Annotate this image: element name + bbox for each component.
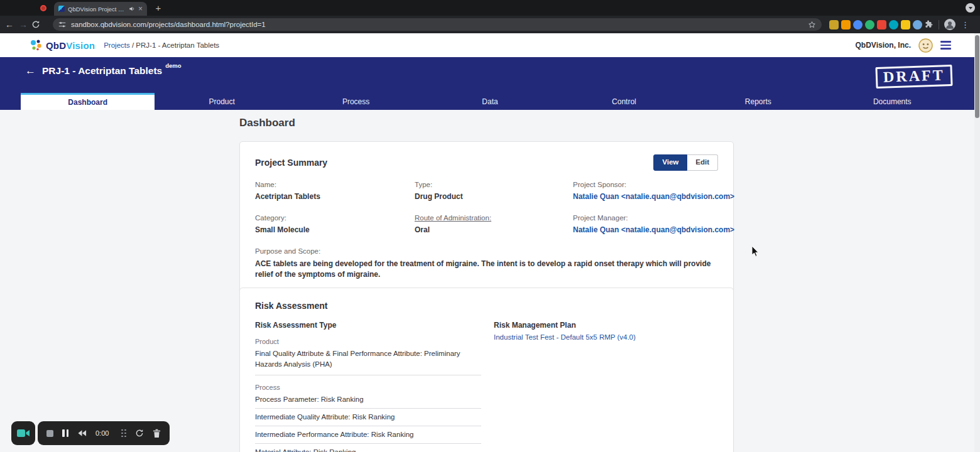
trash-icon[interactable] (153, 429, 161, 438)
hamburger-menu-icon[interactable] (940, 41, 951, 50)
stop-button[interactable] (46, 430, 53, 437)
field-project-manager: Project Manager: Natalie Quan <natalie.q… (573, 214, 734, 234)
field-type: Type: Drug Product (415, 181, 573, 201)
recording-indicator-icon (40, 5, 46, 11)
browser-menu-icon[interactable]: ⋮ (961, 21, 969, 29)
tab-process[interactable]: Process (289, 93, 423, 110)
tab-title: QbDVision Project Dash... (68, 6, 126, 13)
view-edit-toggle: View Edit (653, 154, 718, 171)
reload-button[interactable] (31, 20, 45, 29)
extension-icon[interactable] (865, 20, 874, 30)
recording-timer: 0:00 (95, 429, 109, 437)
main-content: Dashboard Project Summary View Edit Name… (0, 110, 980, 452)
field-route-of-administration: Route of Administration: Oral (415, 214, 573, 234)
extension-icon[interactable] (877, 20, 886, 30)
reload-icon (31, 20, 40, 29)
company-name: QbDVision, Inc. (856, 41, 911, 50)
mouse-cursor (751, 245, 760, 257)
risk-management-plan-heading: Risk Management Plan (494, 321, 718, 330)
breadcrumb-projects-link[interactable]: Projects (104, 41, 130, 49)
recorder-controls: 0:00 (38, 421, 170, 445)
project-tab-bar: Dashboard Product Process Data Control R… (21, 93, 959, 110)
risk-item: Process Parameter: Risk Ranking (255, 391, 481, 409)
camera-toggle-button[interactable] (11, 421, 35, 445)
app-header: QbDVision Projects / PRJ-1 - Acetriptan … (0, 33, 980, 57)
tab-reports[interactable]: Reports (691, 93, 825, 110)
url-text[interactable]: sandbox.qbdvision.com/projects/dashboard… (71, 21, 803, 28)
extensions-puzzle-icon[interactable] (925, 20, 934, 29)
breadcrumb: Projects / PRJ-1 - Acetriptan Tablets (104, 41, 219, 49)
browser-tab-strip: QbDVision Project Dash... × + (0, 0, 980, 16)
user-avatar[interactable] (918, 38, 933, 53)
new-tab-button[interactable]: + (152, 2, 165, 14)
risk-assessment-card: Risk Assessment Risk Assessment Type Pro… (239, 288, 734, 452)
camera-icon (17, 429, 30, 438)
risk-management-plan-link[interactable]: Industrial Test Fest - Default 5x5 RMP (… (494, 333, 636, 341)
tab-audio-icon (129, 6, 135, 12)
draft-stamp: DRAFT (876, 65, 953, 89)
risk-item: Intermediate Quality Attribute: Risk Ran… (255, 409, 481, 426)
field-category: Category: Small Molecule (255, 214, 415, 234)
scrollbar-thumb[interactable] (975, 35, 979, 118)
logo-dots-icon (29, 39, 43, 51)
address-bar[interactable]: sandbox.qbdvision.com/projects/dashboard… (53, 18, 822, 31)
field-project-sponsor: Project Sponsor: Natalie Quan <natalie.q… (573, 181, 734, 201)
extension-icon[interactable] (913, 20, 922, 30)
rewind-icon[interactable] (77, 429, 87, 437)
screen-recorder-widget: 0:00 (11, 421, 170, 445)
forward-button[interactable]: → (16, 19, 30, 30)
risk-assessment-title: Risk Assessment (255, 301, 718, 311)
purpose-and-scope: Purpose and Scope: ACE tablets are being… (255, 247, 718, 281)
view-button[interactable]: View (653, 154, 687, 171)
extension-icon[interactable] (901, 20, 910, 30)
pause-button[interactable] (62, 429, 68, 437)
browser-tab[interactable]: QbDVision Project Dash... × (54, 2, 147, 16)
risk-item: Material Attribute: Risk Ranking (255, 444, 481, 452)
product-risk-type: Final Quality Attribute & Final Performa… (255, 348, 481, 375)
qbdvision-logo[interactable]: QbDVision (29, 39, 95, 51)
project-title: PRJ-1 - Acetriptan Tablets (42, 65, 162, 77)
risk-item: Intermediate Performance Attribute: Risk… (255, 426, 481, 444)
page-scrollbar[interactable] (974, 33, 980, 452)
project-summary-card: Project Summary View Edit Name: Acetript… (239, 141, 734, 292)
tab-product[interactable]: Product (155, 93, 288, 110)
extension-icon[interactable] (889, 20, 898, 30)
browser-toolbar: ← → sandbox.qbdvision.com/projects/dashb… (0, 16, 980, 33)
field-name: Name: Acetriptan Tablets (255, 181, 415, 201)
extensions-row: ⋮ (829, 19, 969, 30)
tab-documents[interactable]: Documents (825, 93, 959, 110)
banner-back-arrow[interactable]: ← (25, 65, 36, 77)
tab-close-icon[interactable]: × (138, 5, 143, 13)
site-settings-icon[interactable] (58, 21, 66, 28)
demo-badge: demo (165, 62, 181, 69)
page-title: Dashboard (239, 117, 295, 129)
extension-icon[interactable] (829, 20, 839, 30)
product-section-label: Product (255, 338, 481, 345)
risk-assessment-type-heading: Risk Assessment Type (255, 321, 481, 330)
extension-icon[interactable] (853, 20, 863, 30)
chevron-down-icon (969, 7, 972, 9)
process-section-label: Process (255, 384, 481, 391)
project-summary-title: Project Summary (255, 158, 327, 168)
tab-data[interactable]: Data (423, 93, 557, 110)
tab-search-button[interactable] (966, 3, 975, 13)
manager-email-link[interactable]: Natalie Quan <natalie.quan@qbdvision.com… (573, 225, 734, 234)
breadcrumb-current: / PRJ-1 - Acetriptan Tablets (130, 41, 219, 49)
project-banner: ← PRJ-1 - Acetriptan Tablets demo DRAFT … (0, 57, 980, 110)
tab-favicon-icon (58, 6, 65, 12)
tab-control[interactable]: Control (557, 93, 691, 110)
extension-icon[interactable] (841, 20, 851, 30)
drag-handle-icon[interactable] (121, 429, 126, 438)
summary-fields: Name: Acetriptan Tablets Type: Drug Prod… (255, 181, 718, 234)
profile-avatar[interactable] (944, 19, 956, 30)
logo-text: QbDVision (46, 40, 95, 51)
toolbar-divider (939, 20, 939, 30)
back-button[interactable]: ← (3, 19, 16, 30)
bookmark-star-icon[interactable] (808, 21, 816, 29)
edit-button[interactable]: Edit (687, 154, 718, 171)
restart-icon[interactable] (135, 429, 144, 438)
sponsor-email-link[interactable]: Natalie Quan <natalie.quan@qbdvision.com… (573, 192, 734, 201)
tab-dashboard[interactable]: Dashboard (21, 93, 155, 110)
